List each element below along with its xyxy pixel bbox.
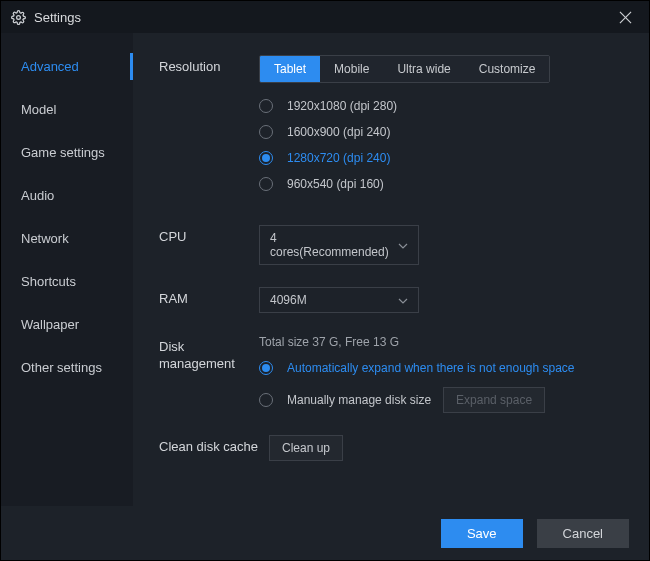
cpu-label: CPU [159,225,259,246]
cpu-select[interactable]: 4 cores(Recommended) [259,225,419,265]
disk-auto-label: Automatically expand when there is not e… [287,361,575,375]
resolution-option-label: 1600x900 (dpi 240) [287,125,390,139]
disk-auto-option[interactable]: Automatically expand when there is not e… [259,361,621,375]
sidebar-item-other-settings[interactable]: Other settings [1,346,133,389]
expand-space-button: Expand space [443,387,545,413]
resolution-body: Tablet Mobile Ultra wide Customize 1920x… [259,55,621,203]
sidebar-item-shortcuts[interactable]: Shortcuts [1,260,133,303]
tab-ultra-wide[interactable]: Ultra wide [383,56,464,82]
resolution-option-label: 1280x720 (dpi 240) [287,151,390,165]
resolution-option[interactable]: 1920x1080 (dpi 280) [259,99,621,113]
sidebar: Advanced Model Game settings Audio Netwo… [1,33,133,506]
sidebar-item-label: Advanced [21,59,79,74]
ram-value: 4096M [270,293,307,307]
radio-icon [259,177,273,191]
radio-icon [259,393,273,407]
resolution-option[interactable]: 1600x900 (dpi 240) [259,125,621,139]
tab-mobile[interactable]: Mobile [320,56,383,82]
cancel-button[interactable]: Cancel [537,519,629,548]
resolution-options: 1920x1080 (dpi 280) 1600x900 (dpi 240) 1… [259,99,621,191]
radio-icon [259,151,273,165]
save-button[interactable]: Save [441,519,523,548]
disk-label: Disk management [159,335,259,373]
row-disk: Disk management Total size 37 G, Free 13… [159,335,621,413]
close-icon[interactable] [611,3,639,31]
sidebar-item-model[interactable]: Model [1,88,133,131]
settings-window: Settings Advanced Model Game settings Au… [0,0,650,561]
disk-manual-option[interactable]: Manually manage disk size Expand space [259,387,621,413]
sidebar-item-advanced[interactable]: Advanced [1,45,133,88]
clean-label: Clean disk cache [159,435,269,456]
disk-manual-label: Manually manage disk size [287,393,431,407]
row-resolution: Resolution Tablet Mobile Ultra wide Cust… [159,55,621,203]
footer: Save Cancel [1,506,649,560]
clean-up-button[interactable]: Clean up [269,435,343,461]
sidebar-item-label: Wallpaper [21,317,79,332]
chevron-down-icon [398,293,408,307]
resolution-option[interactable]: 1280x720 (dpi 240) [259,151,621,165]
ram-select[interactable]: 4096M [259,287,419,313]
sidebar-item-wallpaper[interactable]: Wallpaper [1,303,133,346]
gear-icon [11,10,26,25]
row-clean: Clean disk cache Clean up [159,435,621,461]
sidebar-item-label: Network [21,231,69,246]
window-title: Settings [34,10,611,25]
sidebar-item-label: Audio [21,188,54,203]
resolution-tabs: Tablet Mobile Ultra wide Customize [259,55,550,83]
titlebar: Settings [1,1,649,33]
sidebar-item-network[interactable]: Network [1,217,133,260]
svg-point-0 [17,15,21,19]
body: Advanced Model Game settings Audio Netwo… [1,33,649,506]
radio-icon [259,125,273,139]
sidebar-item-label: Other settings [21,360,102,375]
radio-icon [259,99,273,113]
sidebar-item-label: Model [21,102,56,117]
resolution-option-label: 1920x1080 (dpi 280) [287,99,397,113]
chevron-down-icon [398,238,408,252]
ram-label: RAM [159,287,259,308]
row-cpu: CPU 4 cores(Recommended) [159,225,621,265]
resolution-option-label: 960x540 (dpi 160) [287,177,384,191]
radio-icon [259,361,273,375]
sidebar-item-game-settings[interactable]: Game settings [1,131,133,174]
content: Resolution Tablet Mobile Ultra wide Cust… [133,33,649,506]
resolution-option[interactable]: 960x540 (dpi 160) [259,177,621,191]
sidebar-item-audio[interactable]: Audio [1,174,133,217]
tab-customize[interactable]: Customize [465,56,550,82]
disk-status: Total size 37 G, Free 13 G [259,335,621,349]
sidebar-item-label: Shortcuts [21,274,76,289]
row-ram: RAM 4096M [159,287,621,313]
sidebar-item-label: Game settings [21,145,105,160]
resolution-label: Resolution [159,55,259,76]
tab-tablet[interactable]: Tablet [260,56,320,82]
cpu-value: 4 cores(Recommended) [270,231,390,259]
